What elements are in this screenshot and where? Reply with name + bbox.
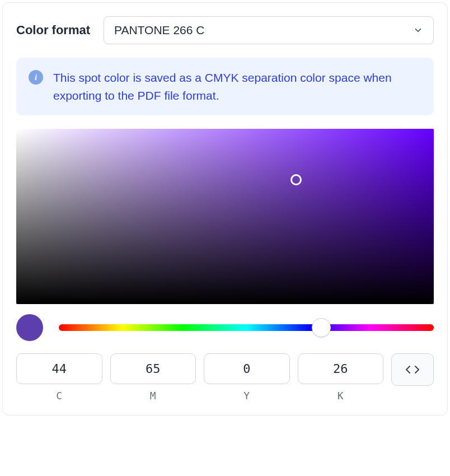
yellow-column: 0 Y xyxy=(204,353,290,402)
hue-slider[interactable] xyxy=(59,324,434,331)
format-row: Color format PANTONE 266 C xyxy=(16,16,434,44)
saturation-value-cursor[interactable] xyxy=(290,174,302,185)
yellow-label: Y xyxy=(243,390,250,402)
color-mode-toggle[interactable] xyxy=(391,353,434,386)
color-format-select[interactable]: PANTONE 266 C xyxy=(104,16,434,44)
black-label: K xyxy=(337,390,344,402)
color-format-value: PANTONE 266 C xyxy=(114,24,204,37)
chevron-down-icon xyxy=(413,25,423,35)
color-swatch xyxy=(16,314,43,341)
info-message: This spot color is saved as a CMYK separ… xyxy=(53,69,421,104)
info-banner: i This spot color is saved as a CMYK sep… xyxy=(16,58,434,115)
info-icon: i xyxy=(29,70,43,85)
hue-slider-thumb[interactable] xyxy=(312,318,331,337)
saturation-value-area[interactable] xyxy=(16,129,434,304)
black-input[interactable]: 26 xyxy=(298,353,384,384)
cyan-column: 44 C xyxy=(16,353,102,402)
color-format-label: Color format xyxy=(16,23,90,38)
magenta-label: M xyxy=(150,390,156,402)
black-column: 26 K xyxy=(298,353,384,402)
yellow-input[interactable]: 0 xyxy=(204,353,290,384)
cyan-label: C xyxy=(56,390,62,402)
color-picker-panel: Color format PANTONE 266 C i This spot c… xyxy=(2,2,448,416)
magenta-input[interactable]: 65 xyxy=(110,353,196,384)
cmyk-inputs-row: 44 C 65 M 0 Y 26 K xyxy=(16,353,434,402)
hue-row xyxy=(16,314,434,341)
cyan-input[interactable]: 44 xyxy=(16,353,102,384)
magenta-column: 65 M xyxy=(110,353,196,402)
